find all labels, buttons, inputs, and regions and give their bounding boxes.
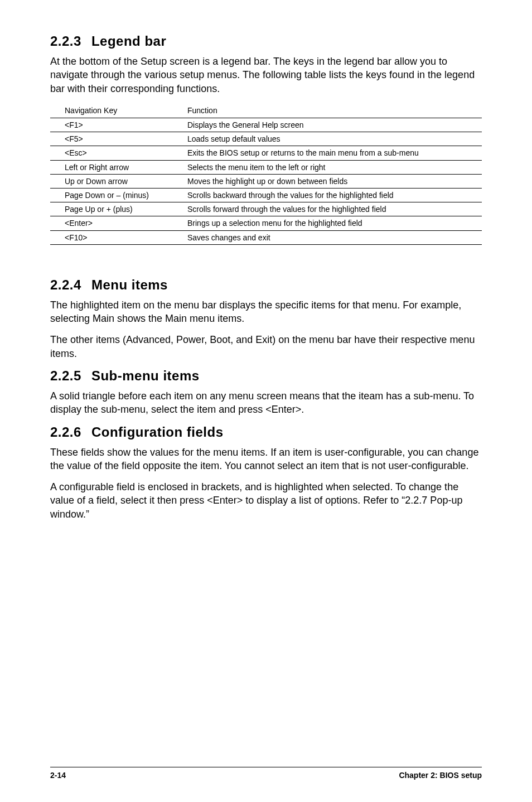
cell-key: <F1> xyxy=(50,118,173,132)
table-row: Left or Right arrow Selects the menu ite… xyxy=(50,160,482,174)
cell-func: Exits the BIOS setup or returns to the m… xyxy=(173,146,482,160)
table-header-row: Navigation Key Function xyxy=(50,103,482,118)
cell-func: Moves the highlight up or down between f… xyxy=(173,174,482,188)
heading-title: Configuration fields xyxy=(91,424,224,439)
cell-func: Displays the General Help screen xyxy=(173,118,482,132)
cell-key: Page Down or – (minus) xyxy=(50,189,173,202)
cell-key: <F5> xyxy=(50,132,173,146)
heading-menu-items: 2.2.4Menu items xyxy=(50,277,482,293)
cell-func: Saves changes and exit xyxy=(173,230,482,244)
table-row: <F1> Displays the General Help screen xyxy=(50,118,482,132)
paragraph-sub-menu-1: A solid triangle before each item on any… xyxy=(50,389,482,417)
paragraph-config-2: A configurable field is enclosed in brac… xyxy=(50,480,482,521)
heading-configuration-fields: 2.2.6Configuration fields xyxy=(50,424,482,440)
cell-func: Scrolls forward through the values for t… xyxy=(173,202,482,216)
table-row: Up or Down arrow Moves the highlight up … xyxy=(50,174,482,188)
heading-title: Sub-menu items xyxy=(91,368,200,383)
table-row: Page Down or – (minus) Scrolls backward … xyxy=(50,189,482,202)
heading-title: Legend bar xyxy=(91,33,166,49)
cell-key: <Enter> xyxy=(50,216,173,230)
table-row: <Enter> Brings up a selection menu for t… xyxy=(50,216,482,230)
table-header-func: Function xyxy=(173,103,482,118)
cell-key: Up or Down arrow xyxy=(50,174,173,188)
cell-key: <F10> xyxy=(50,230,173,244)
paragraph-legend-intro: At the bottom of the Setup screen is a l… xyxy=(50,55,482,95)
table-row: <F5> Loads setup default values xyxy=(50,132,482,146)
heading-title: Menu items xyxy=(91,277,168,292)
cell-key: Left or Right arrow xyxy=(50,160,173,174)
footer-divider xyxy=(50,767,482,767)
table-header-key: Navigation Key xyxy=(50,103,173,118)
heading-number: 2.2.3 xyxy=(50,33,81,49)
paragraph-menu-items-1: The highlighted item on the menu bar dis… xyxy=(50,298,482,326)
heading-sub-menu-items: 2.2.5Sub-menu items xyxy=(50,368,482,384)
cell-func: Selects the menu item to the left or rig… xyxy=(173,160,482,174)
paragraph-config-1: These fields show the values for the men… xyxy=(50,446,482,473)
table-navigation-keys: Navigation Key Function <F1> Displays th… xyxy=(50,103,482,245)
cell-func: Loads setup default values xyxy=(173,132,482,146)
table-row: <Esc> Exits the BIOS setup or returns to… xyxy=(50,146,482,160)
paragraph-menu-items-2: The other items (Advanced, Power, Boot, … xyxy=(50,333,482,360)
cell-key: Page Up or + (plus) xyxy=(50,202,173,216)
heading-number: 2.2.6 xyxy=(50,424,81,440)
table-row: Page Up or + (plus) Scrolls forward thro… xyxy=(50,202,482,216)
table-row: <F10> Saves changes and exit xyxy=(50,230,482,244)
cell-func: Brings up a selection menu for the highl… xyxy=(173,216,482,230)
heading-number: 2.2.5 xyxy=(50,368,81,384)
page-footer: 2-14 Chapter 2: BIOS setup xyxy=(50,771,482,780)
heading-legend-bar: 2.2.3Legend bar xyxy=(50,33,482,49)
cell-func: Scrolls backward through the values for … xyxy=(173,189,482,202)
cell-key: <Esc> xyxy=(50,146,173,160)
footer-chapter-title: Chapter 2: BIOS setup xyxy=(399,771,482,780)
footer-page-number: 2-14 xyxy=(50,771,66,780)
heading-number: 2.2.4 xyxy=(50,277,81,293)
